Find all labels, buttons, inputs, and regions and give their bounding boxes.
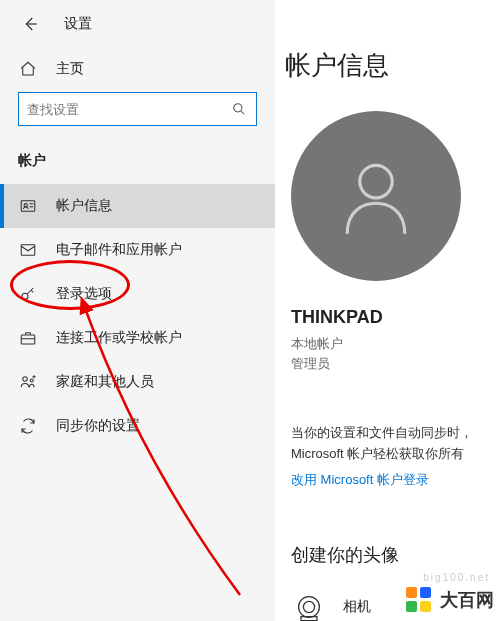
avatar-heading: 创建你的头像 bbox=[291, 543, 500, 567]
svg-point-12 bbox=[30, 379, 33, 382]
ms-account-login-link[interactable]: 改用 Microsoft 帐户登录 bbox=[291, 471, 500, 489]
svg-rect-9 bbox=[21, 335, 35, 344]
sidebar-item-label: 帐户信息 bbox=[56, 197, 112, 215]
sidebar-item-label: 电子邮件和应用帐户 bbox=[56, 241, 182, 259]
svg-point-15 bbox=[360, 165, 392, 197]
home-label: 主页 bbox=[56, 60, 84, 78]
sidebar-item-work-school[interactable]: 连接工作或学校帐户 bbox=[0, 316, 275, 360]
briefcase-icon bbox=[19, 329, 37, 347]
sidebar-item-label: 登录选项 bbox=[56, 285, 112, 303]
family-icon bbox=[19, 373, 37, 391]
svg-rect-3 bbox=[21, 201, 35, 212]
camera-label: 相机 bbox=[343, 598, 371, 616]
camera-icon bbox=[293, 591, 325, 621]
home-icon bbox=[19, 60, 37, 78]
sidebar-item-label: 连接工作或学校帐户 bbox=[56, 329, 182, 347]
sidebar-item-label: 同步你的设置 bbox=[56, 417, 140, 435]
account-type: 本地帐户 bbox=[291, 336, 343, 351]
camera-option[interactable]: 相机 bbox=[291, 589, 500, 621]
user-silhouette-icon bbox=[331, 151, 421, 241]
settings-title: 设置 bbox=[64, 15, 92, 33]
avatar bbox=[291, 111, 461, 281]
user-meta: 本地帐户 管理员 bbox=[291, 334, 500, 373]
sidebar-section-title: 帐户 bbox=[0, 144, 275, 184]
svg-rect-7 bbox=[21, 245, 35, 256]
sidebar-item-email[interactable]: 电子邮件和应用帐户 bbox=[0, 228, 275, 272]
sync-description: 当你的设置和文件自动同步时， Microsoft 帐户轻松获取你所有 bbox=[291, 423, 500, 465]
arrow-left-icon bbox=[21, 15, 39, 33]
page-title: 帐户信息 bbox=[285, 48, 500, 83]
search-icon bbox=[230, 100, 248, 118]
back-button[interactable] bbox=[18, 12, 42, 36]
sidebar-item-family[interactable]: 家庭和其他人员 bbox=[0, 360, 275, 404]
key-icon bbox=[19, 285, 37, 303]
svg-rect-18 bbox=[301, 616, 317, 620]
svg-point-17 bbox=[303, 601, 314, 612]
svg-point-11 bbox=[23, 377, 28, 382]
svg-point-8 bbox=[22, 293, 28, 299]
home-nav[interactable]: 主页 bbox=[0, 46, 275, 92]
sidebar-item-signin-options[interactable]: 登录选项 bbox=[0, 272, 275, 316]
user-badge-icon bbox=[19, 197, 37, 215]
account-role: 管理员 bbox=[291, 356, 330, 371]
svg-line-2 bbox=[241, 111, 245, 115]
search-box[interactable] bbox=[18, 92, 257, 126]
sidebar-item-sync[interactable]: 同步你的设置 bbox=[0, 404, 275, 448]
svg-point-1 bbox=[234, 104, 242, 112]
sidebar-item-account-info[interactable]: 帐户信息 bbox=[0, 184, 275, 228]
mail-icon bbox=[19, 241, 37, 259]
svg-point-16 bbox=[299, 596, 320, 617]
search-input[interactable] bbox=[27, 102, 230, 117]
user-name: THINKPAD bbox=[291, 307, 500, 328]
sidebar-item-label: 家庭和其他人员 bbox=[56, 373, 154, 391]
sync-icon bbox=[19, 417, 37, 435]
